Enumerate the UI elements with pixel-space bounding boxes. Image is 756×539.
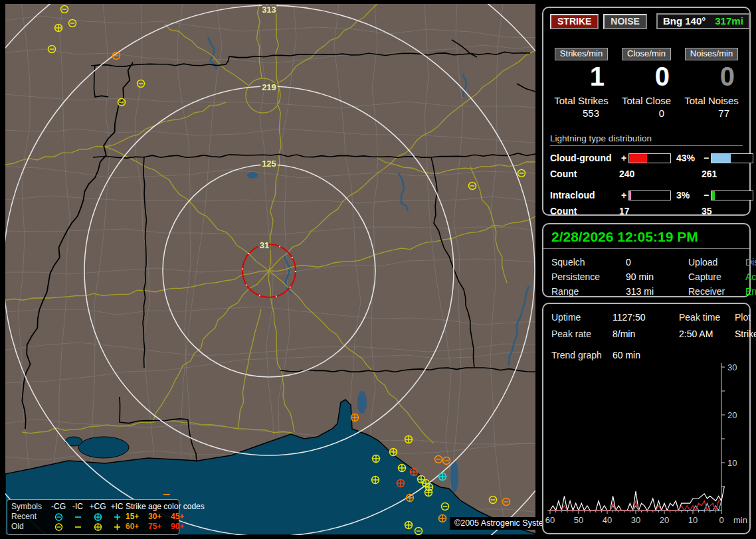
total-strikes-value: 553	[549, 108, 614, 119]
range-value: 313 mi	[626, 286, 688, 297]
uptime-value: 1127:50	[613, 312, 679, 323]
close-per-min-badge: Close/min	[622, 48, 671, 60]
cg-positive-count: 240	[619, 169, 702, 179]
close-per-min-value: 0	[614, 62, 679, 91]
age-90: 90+	[171, 522, 193, 532]
strike-symbol	[405, 435, 413, 443]
plus-sign: +	[619, 190, 628, 200]
strike-symbol	[405, 521, 413, 529]
strike-symbol	[425, 489, 432, 497]
strike-symbol	[54, 24, 62, 32]
cg-negative-icon	[48, 522, 68, 532]
total-noises-label: Total Noises	[679, 95, 744, 106]
svg-text:30: 30	[727, 362, 737, 372]
strike-symbol	[398, 464, 406, 472]
strike-map[interactable]: 31321912531 Symbols -CG -IC +CG +IC Stri…	[5, 4, 535, 535]
strike-symbol	[372, 455, 380, 463]
strikes-per-min-value: 1	[549, 62, 614, 91]
cg-positive-bar	[628, 153, 671, 163]
legend-old-label: Old	[11, 522, 48, 532]
minus-sign: −	[702, 190, 711, 200]
capture-label: Capture	[688, 271, 745, 282]
ic-positive-bar	[628, 191, 671, 200]
cg-negative-count: 261	[702, 169, 743, 179]
persistence-value: 90 min	[626, 271, 688, 282]
peak-rate-value: 8/min	[613, 329, 679, 339]
plot-mode-value: Strike	[735, 329, 756, 339]
strike-symbol	[371, 476, 379, 484]
strike-symbol	[389, 448, 397, 456]
count-label: Count	[550, 206, 619, 216]
ic-positive-icon	[108, 522, 126, 532]
trend-graph-label: Trend graph	[551, 350, 613, 360]
svg-text:313: 313	[262, 5, 276, 15]
squelch-label: Squelch	[551, 257, 626, 268]
cg-positive-pct: 43%	[672, 153, 702, 163]
ic-negative-bar	[711, 191, 753, 200]
svg-text:219: 219	[262, 82, 276, 92]
legend-recent-label: Recent	[11, 512, 48, 522]
strike-symbol	[417, 475, 425, 483]
legend-age-header: Strike age color codes	[126, 502, 193, 512]
strike-symbol	[438, 473, 446, 481]
legend-symbols-header: Symbols	[11, 502, 48, 512]
uptime-label: Uptime	[551, 312, 613, 323]
intracloud-label: Intracloud	[550, 190, 619, 200]
receiver-status: Enabled	[745, 286, 756, 297]
minus-sign: −	[702, 153, 711, 163]
strike-button[interactable]: STRIKE	[550, 14, 599, 29]
cloud-ground-label: Cloud-ground	[550, 153, 619, 163]
strike-symbol	[410, 468, 418, 476]
ic-negative-icon	[68, 512, 87, 522]
upload-label: Upload	[688, 257, 745, 268]
strike-symbol	[438, 514, 446, 522]
bearing-range-value: 317mi	[715, 15, 743, 27]
age-15: 15+	[126, 512, 148, 522]
total-close-value: 0	[614, 108, 679, 119]
svg-text:20: 20	[727, 410, 737, 420]
svg-text:125: 125	[262, 159, 276, 169]
svg-text:60: 60	[545, 515, 555, 525]
total-noises-value: 77	[679, 108, 744, 119]
capture-status: Active	[745, 271, 756, 282]
ic-positive-pct: 3%	[672, 190, 702, 200]
datetime-display: 2/28/2026 12:05:19 PM	[543, 224, 749, 249]
svg-text:50: 50	[574, 515, 583, 525]
strike-symbol	[397, 479, 405, 487]
age-45: 45+	[171, 512, 193, 522]
peak-time-value: 2:50 AM	[679, 329, 735, 339]
svg-text:10: 10	[727, 458, 737, 468]
trend-graph-window: 60 min	[613, 350, 741, 360]
distribution-title: Lightning type distribution	[550, 133, 743, 146]
plus-sign: +	[619, 153, 628, 163]
bearing-display: Bng 140° 317mi	[656, 13, 750, 29]
age-60: 60+	[126, 522, 148, 532]
svg-text:10: 10	[688, 515, 698, 525]
svg-text:30: 30	[631, 515, 640, 525]
cg-negative-icon	[48, 512, 68, 522]
range-label: Range	[551, 286, 626, 297]
peak-time-label: Peak time	[679, 312, 735, 323]
bearing-value: Bng 140°	[663, 15, 706, 27]
legend-col-neg-ic: -IC	[68, 502, 87, 512]
count-label: Count	[550, 169, 619, 179]
ic-positive-count: 17	[619, 206, 702, 216]
trend-graph: 1020306050403020100min	[543, 360, 749, 530]
age-75: 75+	[148, 522, 171, 532]
map-canvas: 31321912531	[5, 4, 535, 535]
status-panel: 2/28/2026 12:05:19 PM Squelch 0 Upload D…	[542, 223, 751, 297]
svg-text:40: 40	[603, 515, 612, 525]
total-strikes-label: Total Strikes	[549, 95, 614, 106]
noises-per-min-badge: Noises/min	[685, 48, 738, 60]
legend-col-pos-ic: +IC	[108, 502, 126, 512]
age-30: 30+	[148, 512, 171, 522]
noise-button[interactable]: NOISE	[603, 14, 647, 29]
strike-symbol	[406, 494, 414, 502]
svg-text:31: 31	[260, 240, 269, 250]
cg-positive-icon	[87, 512, 108, 522]
upload-status: Disabled	[745, 257, 756, 268]
persistence-label: Persistence	[551, 271, 626, 282]
total-close-label: Total Close	[614, 95, 679, 106]
legend-col-pos-cg: +CG	[87, 502, 108, 512]
cg-negative-bar	[711, 153, 753, 163]
